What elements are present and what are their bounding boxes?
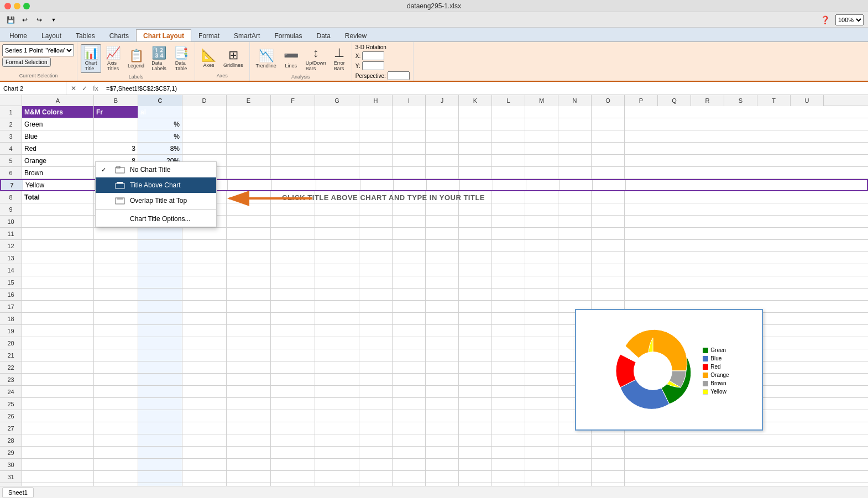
empty-cell[interactable]: [138, 252, 182, 264]
cell-h7[interactable]: [360, 180, 394, 190]
empty-cell[interactable]: [271, 276, 315, 288]
empty-cell[interactable]: [393, 447, 426, 458]
empty-cell[interactable]: [525, 337, 558, 349]
empty-cell[interactable]: [182, 240, 227, 251]
empty-cell[interactable]: [459, 398, 492, 410]
empty-cell[interactable]: [271, 483, 315, 486]
empty-cell[interactable]: [359, 313, 393, 324]
empty-cell[interactable]: [393, 459, 426, 470]
empty-cell[interactable]: [138, 276, 182, 288]
cell-l1[interactable]: [492, 106, 525, 118]
empty-cell[interactable]: [558, 483, 592, 486]
empty-cell[interactable]: [525, 422, 558, 434]
y-input[interactable]: [362, 61, 384, 70]
empty-cell[interactable]: [315, 447, 359, 458]
empty-cell[interactable]: [315, 349, 359, 361]
empty-cell[interactable]: [459, 410, 492, 422]
overlap-title-item[interactable]: Overlap Title at Top: [96, 193, 216, 208]
empty-cell[interactable]: [558, 203, 592, 215]
empty-cell[interactable]: [22, 228, 94, 239]
empty-cell[interactable]: [227, 228, 271, 239]
empty-cell[interactable]: [359, 301, 393, 312]
insert-function-btn[interactable]: fx: [91, 83, 101, 93]
empty-cell[interactable]: [525, 228, 558, 239]
empty-cell[interactable]: [426, 386, 459, 397]
empty-cell[interactable]: [359, 434, 393, 446]
empty-cell[interactable]: [492, 471, 525, 483]
empty-cell[interactable]: [592, 264, 625, 276]
empty-cell[interactable]: [227, 252, 271, 264]
minimize-button[interactable]: [14, 3, 20, 9]
empty-cell[interactable]: [271, 289, 315, 300]
empty-cell[interactable]: [94, 386, 138, 397]
cell-l3[interactable]: [492, 130, 525, 142]
empty-cell[interactable]: [393, 325, 426, 337]
empty-cell[interactable]: [22, 313, 94, 324]
empty-cell[interactable]: [94, 483, 138, 486]
empty-cell[interactable]: [525, 240, 558, 251]
empty-cell[interactable]: [22, 203, 94, 215]
empty-cell[interactable]: [359, 228, 393, 239]
name-box[interactable]: Chart 2: [0, 82, 66, 95]
empty-cell[interactable]: [558, 289, 592, 300]
empty-cell[interactable]: [315, 216, 359, 227]
cell-m5[interactable]: [525, 155, 558, 166]
empty-cell[interactable]: [592, 459, 625, 470]
empty-cell[interactable]: [558, 459, 592, 470]
legend-btn[interactable]: 📋 Legend: [125, 47, 147, 70]
cell-k4[interactable]: [459, 143, 492, 154]
data-labels-btn[interactable]: 🔢 DataLabels: [149, 44, 169, 73]
empty-cell[interactable]: [393, 313, 426, 324]
empty-cell[interactable]: [525, 252, 558, 264]
empty-cell[interactable]: [393, 252, 426, 264]
empty-cell[interactable]: [271, 422, 315, 434]
empty-cell[interactable]: [592, 471, 625, 483]
empty-cell[interactable]: [459, 289, 492, 300]
cell-a4[interactable]: Red: [22, 143, 94, 154]
cell-l6[interactable]: [492, 167, 525, 179]
empty-cell[interactable]: [94, 276, 138, 288]
cell-i3[interactable]: [393, 130, 426, 142]
empty-cell[interactable]: [359, 264, 393, 276]
tab-smartart[interactable]: SmartArt: [227, 29, 267, 41]
cell-b3[interactable]: [94, 130, 138, 142]
empty-cell[interactable]: [271, 361, 315, 373]
empty-cell[interactable]: [492, 264, 525, 276]
empty-cell[interactable]: [393, 434, 426, 446]
perspective-input[interactable]: [388, 71, 410, 80]
cell-c2[interactable]: %: [138, 118, 182, 130]
empty-cell[interactable]: [271, 240, 315, 251]
empty-cell[interactable]: [22, 216, 94, 227]
empty-cell[interactable]: [94, 228, 138, 239]
empty-cell[interactable]: [393, 216, 426, 227]
empty-cell[interactable]: [22, 289, 94, 300]
empty-cell[interactable]: [558, 240, 592, 251]
empty-cell[interactable]: [459, 374, 492, 385]
cell-j1[interactable]: [426, 106, 459, 118]
cell-g7[interactable]: [316, 180, 360, 190]
cell-h5[interactable]: [359, 155, 393, 166]
empty-cell[interactable]: [492, 313, 525, 324]
cell-g1[interactable]: [315, 106, 359, 118]
empty-cell[interactable]: [459, 349, 492, 361]
cell-m8[interactable]: [525, 191, 558, 203]
empty-cell[interactable]: [459, 483, 492, 486]
empty-cell[interactable]: [592, 228, 625, 239]
cell-h6[interactable]: [359, 167, 393, 179]
chart-title-options-item[interactable]: Chart Title Options...: [96, 211, 216, 227]
empty-cell[interactable]: [227, 301, 271, 312]
empty-cell[interactable]: [94, 434, 138, 446]
empty-cell[interactable]: [315, 276, 359, 288]
cell-f1[interactable]: [271, 106, 315, 118]
empty-cell[interactable]: [94, 337, 138, 349]
empty-cell[interactable]: [182, 447, 227, 458]
cell-e1[interactable]: [227, 106, 271, 118]
empty-cell[interactable]: [22, 361, 94, 373]
empty-cell[interactable]: [359, 422, 393, 434]
empty-cell[interactable]: [359, 325, 393, 337]
empty-cell[interactable]: [94, 459, 138, 470]
cell-o3[interactable]: [592, 130, 625, 142]
cell-k3[interactable]: [459, 130, 492, 142]
empty-cell[interactable]: [22, 471, 94, 483]
empty-cell[interactable]: [182, 264, 227, 276]
